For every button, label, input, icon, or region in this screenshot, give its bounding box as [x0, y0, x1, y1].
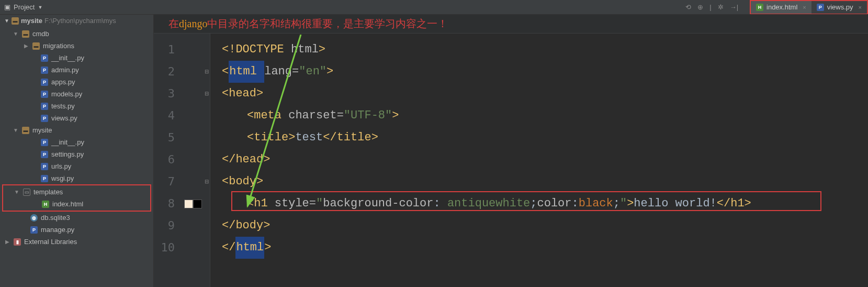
sync-icon[interactable]: ⟲	[685, 3, 691, 11]
color-swatch-gutter	[183, 34, 203, 287]
tree-label: tests.py	[51, 102, 75, 110]
tree-label: __init__.py	[51, 54, 84, 62]
swatch-antiquewhite	[184, 200, 193, 208]
tree-highlight-annotation: ▼ ▭ templates H index.html	[2, 184, 151, 212]
tree-label: settings.py	[51, 150, 84, 158]
annotation-bar: 在django中目录的名字和结构很重要，是主要学习内容之一！	[154, 15, 868, 34]
fold-icon[interactable]: ⊟	[203, 171, 210, 193]
chevron-down-icon: ▼	[14, 189, 20, 195]
code-line-6: </head>	[222, 149, 868, 171]
chevron-down-icon: ▼	[13, 127, 19, 133]
breadcrumb[interactable]: ▼ ▬ mysite F:\Python\pycharm\mys	[0, 15, 153, 28]
project-icon: ▣	[4, 3, 10, 11]
breadcrumb-path: F:\Python\pycharm\mys	[44, 17, 116, 25]
tree-label: migrations	[43, 42, 74, 50]
editor-tabs: H index.html × P views.py ×	[750, 0, 868, 15]
python-file-icon: P	[817, 4, 824, 11]
code-content[interactable]: <!DOCTYPE html> <html lang="en"> <head> …	[210, 34, 868, 287]
tree-migrations[interactable]: ▶ ▬ migrations	[2, 40, 153, 52]
annotation-text: 在django中目录的名字和结构很重要，是主要学习内容之一！	[168, 17, 448, 31]
editor-body[interactable]: 12 34 56 78 910 ⊟ ⊟ ⊟	[154, 34, 868, 287]
close-icon[interactable]: ×	[859, 4, 862, 10]
tree-init[interactable]: P __init__.py	[2, 52, 153, 64]
fold-icon[interactable]: ⊟	[203, 83, 210, 105]
project-dropdown[interactable]: ▣ Project ▼	[0, 3, 47, 11]
code-line-3: <head>	[222, 83, 868, 105]
tree-label: apps.py	[51, 78, 75, 86]
tree-admin[interactable]: P admin.py	[2, 64, 153, 76]
target-icon[interactable]: ⊕	[697, 3, 703, 11]
tree-mysite-pkg[interactable]: ▼ ▬ mysite	[2, 124, 153, 136]
tree-templates[interactable]: ▼ ▭ templates	[3, 186, 150, 198]
fold-icon[interactable]: ⊟	[203, 61, 210, 83]
folder-icon: ▬	[22, 30, 29, 38]
python-file-icon: P	[41, 163, 48, 170]
code-line-9: </body>	[222, 215, 868, 237]
tree-tests[interactable]: P tests.py	[2, 100, 153, 112]
gear-icon[interactable]: ✲	[718, 3, 724, 11]
tree-manage[interactable]: P manage.py	[2, 224, 153, 236]
python-file-icon: P	[41, 139, 48, 146]
python-file-icon: P	[41, 54, 48, 62]
collapse-icon[interactable]: →|	[730, 3, 738, 11]
code-line-1: <!DOCTYPE html>	[222, 39, 868, 61]
code-line-10: </html>	[222, 237, 868, 259]
tree-ext-lib[interactable]: ▶ ▮ External Libraries	[2, 236, 153, 248]
database-icon: ◍	[30, 214, 38, 222]
html-file-icon: H	[42, 201, 49, 208]
python-file-icon: P	[41, 103, 48, 110]
tree-label: views.py	[51, 114, 77, 122]
divider-icon: |	[709, 3, 711, 11]
tree-label: wsgi.py	[51, 174, 74, 182]
chevron-right-icon: ▶	[23, 43, 29, 49]
python-file-icon: P	[30, 226, 38, 234]
tree-db[interactable]: ◍ db.sqlite3	[2, 212, 153, 224]
app-root: ▣ Project ▼ ⟲ ⊕ | ✲ →| H index.html × P …	[0, 0, 868, 287]
code-line-7: <body>	[222, 171, 868, 193]
tree-cmdb[interactable]: ▼ ▬ cmdb	[2, 28, 153, 40]
chevron-right-icon: ▶	[4, 239, 10, 245]
tree-init2[interactable]: P __init__.py	[2, 136, 153, 148]
tree-label: manage.py	[41, 226, 74, 234]
tree-settings[interactable]: P settings.py	[2, 148, 153, 160]
tree-label: index.html	[52, 200, 83, 208]
tree-apps[interactable]: P apps.py	[2, 76, 153, 88]
tab-label: views.py	[827, 3, 853, 11]
tree-label: urls.py	[51, 162, 71, 170]
folder-icon: ▬	[22, 127, 29, 134]
tree-label: __init__.py	[51, 138, 84, 146]
folder-icon: ▬	[32, 42, 40, 50]
editor-area: 在django中目录的名字和结构很重要，是主要学习内容之一！ 12 34 56 …	[154, 15, 868, 287]
folder-icon: ▭	[23, 189, 30, 196]
tree-label: External Libraries	[24, 238, 77, 246]
python-file-icon: P	[41, 67, 48, 74]
tree-wsgi[interactable]: P wsgi.py	[2, 172, 153, 184]
python-file-icon: P	[41, 175, 48, 182]
python-file-icon: P	[41, 115, 48, 122]
library-icon: ▮	[14, 238, 21, 246]
project-tree: ▼ ▬ cmdb ▶ ▬ migrations P __init__.py P …	[0, 28, 153, 248]
python-file-icon: P	[41, 79, 48, 86]
tree-label: mysite	[32, 126, 52, 134]
tree-label: db.sqlite3	[41, 214, 70, 222]
breadcrumb-name: mysite	[21, 17, 42, 25]
body-row: ▼ ▬ mysite F:\Python\pycharm\mys ▼ ▬ cmd…	[0, 15, 868, 287]
tab-highlight-annotation: H index.html × P views.py ×	[750, 0, 868, 14]
project-label-text: Project	[14, 3, 35, 11]
tree-label: admin.py	[51, 66, 79, 74]
chevron-down-icon: ▼	[4, 18, 9, 24]
folder-icon: ▬	[12, 17, 19, 25]
line-number-gutter: 12 34 56 78 910	[154, 34, 183, 287]
tree-label: templates	[33, 188, 63, 196]
project-sidebar: ▼ ▬ mysite F:\Python\pycharm\mys ▼ ▬ cmd…	[0, 15, 154, 287]
close-icon[interactable]: ×	[803, 4, 806, 10]
html-file-icon: H	[756, 4, 763, 11]
tree-views[interactable]: P views.py	[2, 112, 153, 124]
tab-index-html[interactable]: H index.html ×	[751, 1, 811, 14]
color-swatch-row[interactable]	[183, 193, 203, 215]
tree-urls[interactable]: P urls.py	[2, 160, 153, 172]
tree-models[interactable]: P models.py	[2, 88, 153, 100]
tree-index-html[interactable]: H index.html	[3, 198, 150, 210]
code-line-4: <meta charset="UTF-8">	[222, 105, 868, 127]
tab-views-py[interactable]: P views.py ×	[811, 1, 867, 14]
